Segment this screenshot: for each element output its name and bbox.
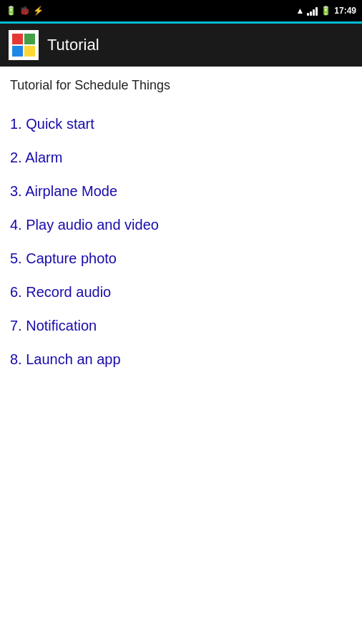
wifi-icon: ▲ [295,6,304,16]
list-item: 8. Launch an app [10,343,352,376]
clock: 17:49 [334,6,356,16]
page-subtitle: Tutorial for Schedule Things [10,78,352,93]
nav-link-airplane-mode[interactable]: 3. Airplane Mode [10,183,352,200]
list-item: 1. Quick start [10,107,352,141]
tutorial-nav-list: 1. Quick start2. Alarm3. Airplane Mode4.… [10,107,352,376]
status-bar: 🔋 🐞 ⚡ ▲ 🔋 17:49 [0,0,362,21]
list-item: 5. Capture photo [10,242,352,275]
battery-icon: 🔋 [321,6,331,16]
main-content: Tutorial for Schedule Things 1. Quick st… [0,67,362,388]
app-header: Tutorial [0,24,362,67]
list-item: 7. Notification [10,309,352,343]
nav-link-play-audio-video[interactable]: 4. Play audio and video [10,217,352,233]
nav-link-notification[interactable]: 7. Notification [10,318,352,334]
list-item: 3. Airplane Mode [10,175,352,208]
logo-cell-green [24,34,35,44]
logo-cell-blue [12,46,23,57]
nav-link-launch-app[interactable]: 8. Launch an app [10,351,352,368]
app-logo [9,30,39,60]
signal-icon [307,6,318,16]
logo-cell-red [12,34,23,44]
nav-link-alarm[interactable]: 2. Alarm [10,150,352,166]
nav-link-capture-photo[interactable]: 5. Capture photo [10,250,352,267]
status-bar-right-icons: ▲ 🔋 17:49 [295,6,356,16]
debug-icon: 🐞 [19,6,30,16]
list-item: 4. Play audio and video [10,208,352,242]
status-bar-left-icons: 🔋 🐞 ⚡ [6,6,44,16]
app-title: Tutorial [47,36,99,54]
list-item: 6. Record audio [10,275,352,309]
logo-cell-yellow [24,46,35,57]
list-item: 2. Alarm [10,141,352,175]
battery-charging-icon: 🔋 [6,6,16,16]
nav-link-quick-start[interactable]: 1. Quick start [10,116,352,132]
usb-icon: ⚡ [33,6,44,16]
nav-link-record-audio[interactable]: 6. Record audio [10,284,352,301]
